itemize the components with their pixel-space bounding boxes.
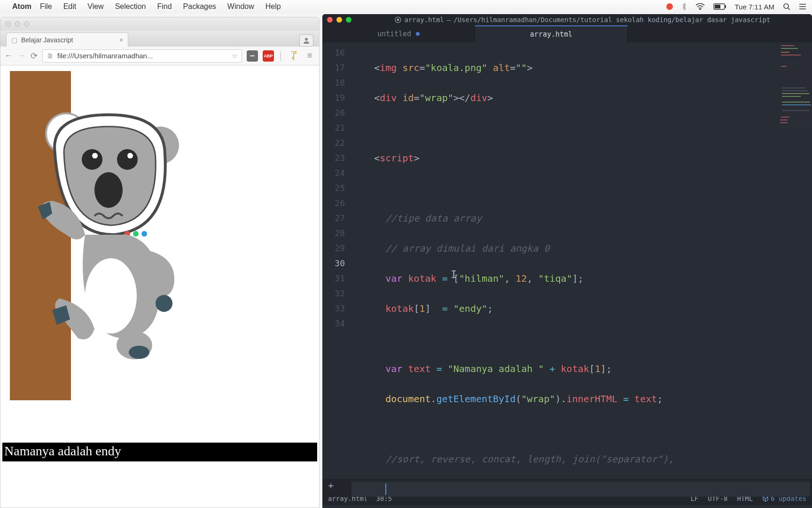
wifi-icon[interactable] bbox=[695, 3, 705, 10]
new-tab-button[interactable]: + bbox=[328, 480, 334, 491]
svg-point-13 bbox=[127, 153, 133, 159]
ibeam-cursor-icon: I bbox=[451, 267, 457, 282]
battery-icon[interactable] bbox=[713, 3, 726, 10]
koala-image bbox=[33, 84, 193, 378]
menu-edit[interactable]: Edit bbox=[63, 2, 77, 11]
svg-point-0 bbox=[700, 9, 701, 10]
line-number-gutter: 161718⌄19202122232425262728293031323334 bbox=[322, 42, 350, 479]
title-filename: array.html bbox=[404, 16, 444, 24]
atom-titlebar: array.html — /Users/hilmanramadhan/Docum… bbox=[322, 14, 812, 25]
modified-indicator-icon bbox=[416, 32, 420, 36]
title-separator: — bbox=[447, 16, 451, 24]
page-icon: ▢ bbox=[11, 36, 17, 44]
traffic-close-icon[interactable] bbox=[327, 17, 333, 23]
js-output-text: Namanya adalah endy bbox=[2, 443, 317, 461]
tab-close-icon[interactable]: × bbox=[119, 36, 123, 44]
extension-icon-2[interactable] bbox=[288, 50, 299, 62]
reload-button[interactable]: ⟳ bbox=[31, 51, 38, 61]
browser-tab[interactable]: ▢ Belajar Javascript × bbox=[6, 32, 128, 47]
address-bar[interactable]: 🗎 file:///Users/hilmanramadhan... ☆ bbox=[42, 49, 242, 63]
extension-icon[interactable]: ••• bbox=[247, 50, 258, 62]
svg-point-10 bbox=[82, 149, 102, 170]
tab-title: Belajar Javascript bbox=[21, 36, 73, 44]
svg-point-16 bbox=[133, 231, 139, 237]
chrome-menu-icon[interactable]: ≡ bbox=[304, 50, 315, 62]
url-text: file:///Users/hilmanramadhan... bbox=[57, 52, 153, 60]
editor-tab-bar: untitled array.html bbox=[322, 25, 812, 42]
chrome-tabbar: ▢ Belajar Javascript × bbox=[0, 31, 319, 47]
traffic-minimize-icon[interactable] bbox=[15, 21, 20, 27]
traffic-zoom-icon[interactable] bbox=[346, 17, 351, 23]
menu-view[interactable]: View bbox=[87, 2, 103, 11]
bluetooth-icon[interactable] bbox=[681, 3, 687, 10]
forward-button[interactable]: → bbox=[17, 51, 26, 61]
svg-point-11 bbox=[92, 153, 98, 159]
page-content: Namanya adalah endy bbox=[0, 65, 319, 508]
active-app-name[interactable]: Atom bbox=[12, 2, 31, 11]
back-button[interactable]: ← bbox=[4, 51, 13, 61]
svg-rect-2 bbox=[725, 5, 726, 8]
tab-untitled[interactable]: untitled bbox=[322, 25, 475, 42]
tab-label: array.html bbox=[530, 30, 572, 39]
traffic-zoom-icon[interactable] bbox=[24, 21, 30, 27]
svg-rect-3 bbox=[715, 5, 720, 8]
code-text-area[interactable]: <img src="koala.png" alt=""> <div id="wr… bbox=[350, 42, 812, 479]
macos-menubar: Atom File Edit View Selection Find Packa… bbox=[0, 0, 812, 13]
traffic-minimize-icon[interactable] bbox=[336, 17, 342, 23]
svg-point-22 bbox=[397, 19, 399, 21]
chrome-browser-window: ▢ Belajar Javascript × ← → ⟳ 🗎 file:///U… bbox=[0, 17, 320, 508]
bookmark-icon[interactable]: ☆ bbox=[232, 52, 238, 60]
menubar-clock[interactable]: Tue 7:11 AM bbox=[735, 3, 775, 11]
menu-packages[interactable]: Packages bbox=[183, 2, 216, 11]
text-cursor bbox=[385, 484, 386, 495]
chrome-file-icon bbox=[395, 16, 401, 23]
code-editor[interactable]: 161718⌄19202122232425262728293031323334 … bbox=[322, 42, 812, 479]
notification-center-icon[interactable] bbox=[799, 3, 806, 10]
menu-window[interactable]: Window bbox=[227, 2, 254, 11]
svg-point-4 bbox=[784, 4, 789, 8]
menu-file[interactable]: File bbox=[40, 2, 52, 11]
spotlight-icon[interactable] bbox=[783, 3, 790, 10]
svg-point-18 bbox=[85, 258, 137, 333]
svg-point-12 bbox=[117, 149, 138, 170]
svg-point-17 bbox=[141, 231, 147, 237]
screen-recording-icon[interactable] bbox=[666, 3, 673, 10]
divider: │ bbox=[279, 52, 283, 60]
menu-selection[interactable]: Selection bbox=[115, 2, 146, 11]
chrome-titlebar bbox=[0, 17, 319, 31]
adblock-icon[interactable]: ABP bbox=[263, 50, 274, 62]
svg-point-20 bbox=[129, 346, 149, 359]
svg-point-14 bbox=[94, 172, 123, 208]
menu-find[interactable]: Find bbox=[157, 2, 172, 11]
url-scheme-icon: 🗎 bbox=[47, 52, 54, 60]
tab-array-html[interactable]: array.html bbox=[475, 25, 628, 42]
chrome-user-button[interactable] bbox=[299, 34, 313, 47]
svg-point-5 bbox=[305, 38, 308, 41]
menu-help[interactable]: Help bbox=[265, 2, 281, 11]
title-filepath: /Users/hilmanramadhan/Documents/tutorial… bbox=[453, 16, 770, 24]
chrome-toolbar: ← → ⟳ 🗎 file:///Users/hilmanramadhan... … bbox=[0, 47, 319, 65]
atom-editor-window: array.html — /Users/hilmanramadhan/Docum… bbox=[322, 14, 812, 508]
traffic-close-icon[interactable] bbox=[5, 21, 11, 27]
tab-label: untitled bbox=[377, 30, 411, 38]
minimap[interactable] bbox=[779, 42, 812, 132]
